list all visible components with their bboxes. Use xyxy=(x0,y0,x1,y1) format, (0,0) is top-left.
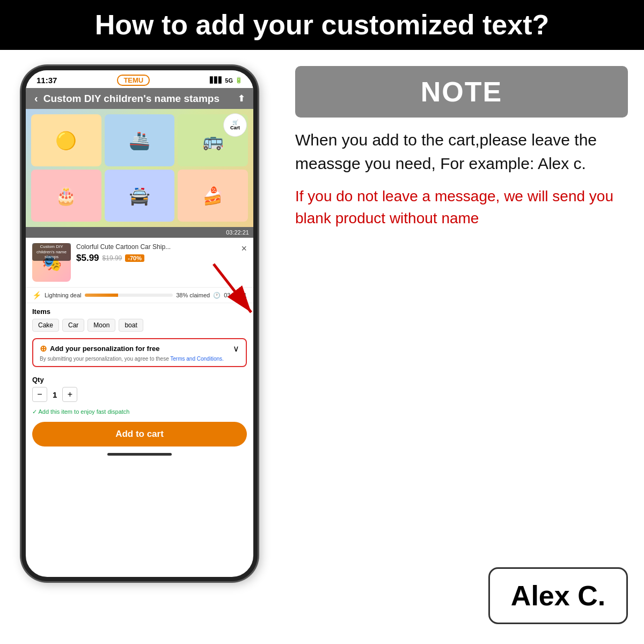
toy-grid: 🟡 🚢 🚌 🎂 🚔 🍰 xyxy=(26,109,253,227)
chip-cake[interactable]: Cake xyxy=(32,319,59,332)
personalization-label: Add your personalization for free xyxy=(50,345,159,353)
example-name-box: Alex C. xyxy=(488,567,628,624)
note-section: NOTE When you add to the cart,please lea… xyxy=(279,50,644,635)
dispatch-row: ✓ Add this item to enjoy fast dispatch xyxy=(26,406,253,418)
chip-moon[interactable]: Moon xyxy=(87,319,115,332)
qty-section: Qty − 1 + xyxy=(26,371,253,406)
toy-item-6: 🍰 xyxy=(178,170,248,222)
battery-icon: 🔋 xyxy=(235,77,243,84)
price-discount: -70% xyxy=(125,254,144,262)
qty-increase-button[interactable]: + xyxy=(62,387,77,402)
temu-badge: TEMU xyxy=(117,75,150,86)
personalization-box[interactable]: ⊕ Add your personalization for free ∨ By… xyxy=(32,338,247,367)
note-warning-text: If you do not leave a message, we will s… xyxy=(295,186,628,229)
header-title: How to add your customized text? xyxy=(95,9,550,40)
personalization-title: ⊕ Add your personalization for free xyxy=(40,343,159,354)
popup-product-title: Colorful Cute Cartoon Car Ship... xyxy=(76,243,236,251)
page-header: How to add your customized text? xyxy=(0,0,644,50)
popup-thumbnail: 🎭 Custom DIY children's name stamps xyxy=(32,243,71,282)
svg-line-1 xyxy=(214,264,251,312)
toy-item-2: 🚢 xyxy=(105,114,175,166)
share-icon[interactable]: ⬆ xyxy=(238,93,245,104)
price-current: $5.99 xyxy=(76,253,99,264)
note-body-text: When you add to the cart,please leave th… xyxy=(295,128,628,175)
toy-item-1: 🟡 xyxy=(31,114,101,166)
dispatch-text: ✓ Add this item to enjoy fast dispatch xyxy=(32,408,129,415)
qty-controls: − 1 + xyxy=(32,387,247,402)
qty-value: 1 xyxy=(53,390,57,399)
example-name-text: Alex C. xyxy=(511,580,605,611)
signal-bars: ▋▋▋ xyxy=(210,77,223,84)
progress-fill xyxy=(85,294,119,297)
phone-time: 11:37 xyxy=(36,76,57,85)
back-icon[interactable]: ‹ xyxy=(34,92,38,105)
chevron-down-icon: ∨ xyxy=(233,343,239,354)
terms-link[interactable]: Terms and Conditions. xyxy=(170,356,224,362)
product-image-area: 🟡 🚢 🚌 🎂 🚔 🍰 🛒 Cart xyxy=(26,109,253,227)
thumb-label: Custom DIY children's name stamps xyxy=(32,243,71,261)
add-to-cart-button[interactable]: Add to cart xyxy=(32,422,247,447)
cart-label: Cart xyxy=(230,125,240,130)
right-bottom-row: Alex C. xyxy=(295,567,628,624)
personalization-row: ⊕ Add your personalization for free ∨ xyxy=(40,343,239,354)
price-old: $19.99 xyxy=(103,254,122,262)
phone-frame: 11:37 TEMU ▋▋▋ 5G 🔋 ‹ Custom DIY childre… xyxy=(21,66,258,581)
chip-boat[interactable]: boat xyxy=(119,319,143,332)
timer-bar: 03:22:21 xyxy=(26,227,253,238)
red-arrow xyxy=(208,259,258,323)
product-header: ‹ Custom DIY children's name stamps ⬆ xyxy=(26,88,253,109)
plus-icon: ⊕ xyxy=(40,343,47,354)
signal-indicator: ▋▋▋ 5G 🔋 xyxy=(210,77,243,84)
popup-close-button[interactable]: × xyxy=(241,243,247,254)
timer-text: 03:22:21 xyxy=(226,229,249,236)
chip-car[interactable]: Car xyxy=(62,319,84,332)
qty-decrease-button[interactable]: − xyxy=(32,387,47,402)
progress-bar xyxy=(85,294,173,297)
note-header: NOTE xyxy=(295,66,628,118)
signal-type: 5G xyxy=(225,77,233,84)
qty-label: Qty xyxy=(32,376,247,384)
add-to-cart-label: Add to cart xyxy=(115,429,164,439)
lightning-icon: ⚡ xyxy=(32,291,41,299)
home-indicator xyxy=(107,453,172,456)
toy-item-5: 🚔 xyxy=(105,170,175,222)
main-content: 11:37 TEMU ▋▋▋ 5G 🔋 ‹ Custom DIY childre… xyxy=(0,50,644,635)
phone-section: 11:37 TEMU ▋▋▋ 5G 🔋 ‹ Custom DIY childre… xyxy=(0,50,279,635)
toy-item-4: 🎂 xyxy=(31,170,101,222)
note-header-text: NOTE xyxy=(421,76,502,107)
personalization-desc: By submitting your personalization, you … xyxy=(40,356,239,362)
claimed-text: 38% claimed xyxy=(176,292,210,298)
product-header-title: Custom DIY children's name stamps xyxy=(43,93,232,105)
cart-icon: 🛒 xyxy=(232,120,238,125)
cart-overlay-button[interactable]: 🛒 Cart xyxy=(223,113,247,137)
lightning-label: Lightning deal xyxy=(45,292,82,298)
status-bar: 11:37 TEMU ▋▋▋ 5G 🔋 xyxy=(26,70,253,88)
